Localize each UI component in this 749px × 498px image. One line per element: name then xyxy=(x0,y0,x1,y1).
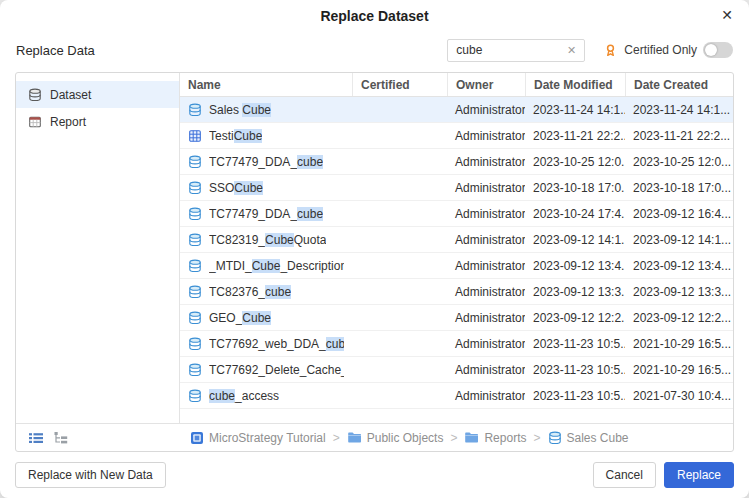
table-row[interactable]: TC77692_web_DDA_cubeAdministrator2023-11… xyxy=(180,331,733,357)
replace-with-new-data-button[interactable]: Replace with New Data xyxy=(15,462,166,488)
column-header-certified[interactable]: Certified xyxy=(352,73,447,96)
dataset-name: TC82376_cube xyxy=(209,285,291,299)
browser-panel: DatasetReport NameCertifiedOwnerDate Mod… xyxy=(15,72,734,452)
dataset-name: SSOCube xyxy=(209,181,263,195)
date-created-cell: 2023-09-12 14:1... xyxy=(625,233,733,247)
owner-cell: Administrator xyxy=(447,155,525,169)
cube-icon xyxy=(188,181,202,195)
table-row[interactable]: TC82319_CubeQuotaAdministrator2023-09-12… xyxy=(180,227,733,253)
clear-search-icon[interactable]: ✕ xyxy=(567,44,576,57)
list-view-icon xyxy=(28,431,44,445)
date-modified-cell: 2023-11-23 10:5... xyxy=(525,389,625,403)
owner-cell: Administrator xyxy=(447,363,525,377)
close-icon[interactable]: ✕ xyxy=(721,8,733,22)
column-header-date-modified[interactable]: Date Modified xyxy=(525,73,625,96)
search-match-highlight: Cube xyxy=(242,103,271,117)
search-input[interactable]: cube ✕ xyxy=(447,39,585,62)
table-row[interactable]: TC77692_Delete_Cache_D...Administrator20… xyxy=(180,357,733,383)
name-segment: _access xyxy=(235,389,279,403)
name-segment: Quota xyxy=(294,233,327,247)
breadcrumb-label: Public Objects xyxy=(367,431,444,445)
owner-cell: Administrator xyxy=(447,311,525,325)
name-cell: GEO_Cube xyxy=(180,311,352,325)
search-match-highlight: cube xyxy=(265,285,291,299)
certified-only-label: Certified Only xyxy=(624,43,697,57)
table-row[interactable]: GEO_CubeAdministrator2023-09-12 12:2...2… xyxy=(180,305,733,331)
toolbar-right: cube ✕ Certified Only xyxy=(447,39,733,62)
name-cell: Sales Cube xyxy=(180,103,352,117)
date-modified-cell: 2023-09-12 13:4... xyxy=(525,259,625,273)
date-created-cell: 2021-10-29 16:5... xyxy=(625,337,733,351)
breadcrumb-item-public-objects[interactable]: Public Objects xyxy=(347,431,444,445)
column-header-name[interactable]: Name xyxy=(180,73,352,96)
table-row[interactable]: SSOCubeAdministrator2023-10-18 17:0...20… xyxy=(180,175,733,201)
table-row[interactable]: TestiCubeAdministrator2023-11-21 22:2...… xyxy=(180,123,733,149)
date-created-cell: 2023-09-12 16:4... xyxy=(625,207,733,221)
dataset-name: TC77692_Delete_Cache_D... xyxy=(209,363,344,377)
date-modified-cell: 2023-09-12 14:1... xyxy=(525,233,625,247)
date-created-cell: 2023-09-12 13:4... xyxy=(625,259,733,273)
cube-icon xyxy=(548,431,562,445)
date-modified-cell: 2023-11-24 14:1... xyxy=(525,103,625,117)
sidebar-item-label: Dataset xyxy=(50,88,91,102)
cube-icon xyxy=(188,103,202,117)
owner-cell: Administrator xyxy=(447,285,525,299)
sidebar-item-report[interactable]: Report xyxy=(16,108,179,135)
owner-cell: Administrator xyxy=(447,129,525,143)
view-toggle-group xyxy=(16,431,180,445)
date-created-cell: 2023-10-18 17:0... xyxy=(625,181,733,195)
folder-icon xyxy=(347,431,362,444)
tree-view-icon xyxy=(53,431,69,445)
breadcrumb-separator: > xyxy=(450,431,457,445)
cube-icon xyxy=(188,363,202,377)
name-cell: TestiCube xyxy=(180,129,352,143)
table-row[interactable]: _MTDI_Cube_Description_...Administrator2… xyxy=(180,253,733,279)
breadcrumb-separator: > xyxy=(333,431,340,445)
cancel-button[interactable]: Cancel xyxy=(593,462,656,488)
breadcrumb-item-microstrategy-tutorial[interactable]: MicroStrategy Tutorial xyxy=(190,431,326,445)
name-segment: _MTDI_ xyxy=(209,259,252,273)
date-created-cell: 2023-10-25 12:0... xyxy=(625,155,733,169)
breadcrumb: MicroStrategy Tutorial>Public Objects>Re… xyxy=(180,431,629,445)
replace-button[interactable]: Replace xyxy=(664,462,734,488)
dialog-footer: Replace with New Data Cancel Replace xyxy=(0,452,749,498)
sidebar-item-dataset[interactable]: Dataset xyxy=(16,81,179,108)
breadcrumb-item-sales-cube[interactable]: Sales Cube xyxy=(548,431,629,445)
table-row[interactable]: TC77479_DDA_cubeAdministrator2023-10-24 … xyxy=(180,201,733,227)
list-view-button[interactable] xyxy=(28,431,44,445)
breadcrumb-label: Reports xyxy=(484,431,526,445)
table-row[interactable]: TC82376_cubeAdministrator2023-09-12 13:3… xyxy=(180,279,733,305)
dialog-titlebar: Replace Dataset ✕ xyxy=(0,0,749,32)
breadcrumb-separator: > xyxy=(533,431,540,445)
date-modified-cell: 2023-10-24 17:4... xyxy=(525,207,625,221)
dataset-icon xyxy=(28,88,42,102)
table-row[interactable]: TC77479_DDA_cubeAdministrator2023-10-25 … xyxy=(180,149,733,175)
cube-icon xyxy=(188,233,202,247)
name-cell: TC77479_DDA_cube xyxy=(180,207,352,221)
date-created-cell: 2023-09-12 13:3... xyxy=(625,285,733,299)
certified-only-toggle[interactable] xyxy=(703,42,733,58)
table-body: Sales CubeAdministrator2023-11-24 14:1..… xyxy=(180,97,733,423)
cube-icon xyxy=(188,285,202,299)
dataset-name: Sales Cube xyxy=(209,103,271,117)
tree-view-button[interactable] xyxy=(53,431,69,445)
column-header-date-created[interactable]: Date Created xyxy=(625,73,733,96)
date-modified-cell: 2023-09-12 12:2... xyxy=(525,311,625,325)
footer-actions: Cancel Replace xyxy=(593,462,734,488)
column-header-owner[interactable]: Owner xyxy=(447,73,525,96)
date-created-cell: 2023-11-21 22:2... xyxy=(625,129,733,143)
name-cell: TC77479_DDA_cube xyxy=(180,155,352,169)
cube-icon xyxy=(188,337,202,351)
breadcrumb-item-reports[interactable]: Reports xyxy=(464,431,526,445)
date-modified-cell: 2023-11-23 10:5... xyxy=(525,337,625,351)
browser-footer-bar: MicroStrategy Tutorial>Public Objects>Re… xyxy=(16,423,733,451)
table-row[interactable]: Sales CubeAdministrator2023-11-24 14:1..… xyxy=(180,97,733,123)
table-row[interactable]: cube_accessAdministrator2023-11-23 10:5.… xyxy=(180,383,733,409)
cube-icon xyxy=(188,155,202,169)
name-segment: TC77479_DDA_ xyxy=(209,155,297,169)
name-cell: cube_access xyxy=(180,389,352,403)
name-cell: _MTDI_Cube_Description_... xyxy=(180,259,352,273)
cube-icon xyxy=(188,389,202,403)
name-segment: TC77692_Delete_Cache_D... xyxy=(209,363,344,377)
certified-ribbon-icon xyxy=(603,43,618,58)
